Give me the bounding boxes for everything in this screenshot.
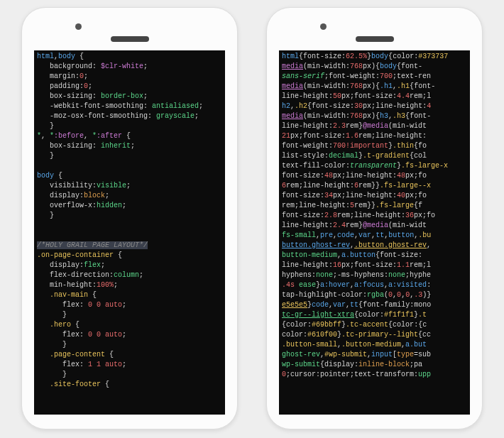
token: body — [58, 53, 75, 60]
t: 2.8 — [324, 212, 337, 219]
token: ; — [122, 202, 126, 209]
t: rem}} — [358, 182, 380, 190]
t: font-size — [303, 53, 341, 60]
t: 4 — [427, 102, 431, 110]
t: px){ — [363, 82, 380, 90]
phone-speaker — [111, 36, 149, 42]
t: font-size — [282, 192, 320, 199]
token: } — [37, 122, 54, 130]
t: line-height — [354, 212, 401, 219]
t: color — [358, 311, 380, 319]
token: -moz-osx-font-smoothing — [37, 112, 148, 120]
t: line-height — [376, 132, 422, 140]
token: inherit — [101, 142, 131, 150]
token: ; — [122, 301, 126, 309]
t: :{c — [414, 321, 427, 329]
t: .3 — [414, 291, 422, 299]
t: .button-medium — [341, 341, 401, 349]
token: html — [37, 53, 54, 60]
token: ; — [143, 92, 148, 100]
t: line-height — [282, 221, 329, 229]
t: .button-small — [282, 341, 337, 349]
t: rem; — [282, 202, 299, 209]
t: {f — [414, 202, 422, 209]
token: $clr-white — [101, 62, 143, 70]
t: a:visited — [388, 281, 427, 289]
token: { — [122, 132, 131, 140]
t: px; — [363, 102, 376, 110]
t: #f1f1f1 — [384, 311, 414, 319]
t: px; — [341, 92, 354, 100]
token: border-box — [101, 92, 143, 100]
token: .on-page-container — [37, 251, 114, 259]
t: 62.5% — [346, 53, 367, 60]
t: 768 — [350, 112, 363, 120]
t: 16 — [333, 261, 341, 269]
t: font-size — [282, 172, 320, 180]
t: font- — [410, 112, 431, 120]
t: color — [286, 321, 307, 329]
t: tt — [376, 231, 384, 239]
token: :before — [54, 132, 84, 140]
t: 4.4 — [397, 92, 410, 100]
t: var — [358, 231, 371, 239]
t: 50 — [333, 92, 341, 100]
t: 30 — [354, 102, 363, 110]
t: : — [422, 132, 427, 140]
t: .4s — [282, 281, 295, 289]
t: 700 — [333, 142, 346, 150]
token: display — [37, 192, 80, 199]
token: visible — [97, 182, 126, 190]
t: font- — [401, 62, 422, 70]
token: :after — [97, 132, 122, 140]
token: : — [92, 92, 101, 100]
token: column — [114, 271, 139, 279]
t: line-height — [376, 102, 422, 110]
token: min-height — [37, 281, 92, 289]
phone-speaker — [356, 36, 394, 42]
t: button.ghost-rev — [282, 241, 350, 249]
t: 700 — [380, 72, 393, 80]
token: display — [37, 261, 80, 269]
t: {col — [410, 152, 427, 160]
t: 40 — [397, 192, 405, 199]
token: : — [80, 361, 88, 368]
t: rem} — [346, 122, 363, 130]
token: background — [37, 62, 92, 70]
token: { — [54, 172, 62, 180]
phone-mockup-left: html,body { background: $clr-white; marg… — [21, 7, 238, 429]
token: overflow-x — [37, 202, 92, 209]
t: rem; — [286, 182, 303, 190]
t: px){ — [363, 112, 380, 120]
t: rem} — [346, 221, 363, 229]
token: : — [148, 112, 156, 120]
t: .h2 — [295, 102, 307, 110]
t: -ms-hyphens — [337, 271, 384, 279]
t: .fs-large-x — [401, 162, 448, 170]
t: line-height — [303, 182, 350, 190]
token: ; — [105, 192, 109, 199]
t: .t — [418, 311, 427, 319]
t: px){ — [363, 62, 380, 70]
t: media — [282, 82, 303, 90]
t: : — [418, 251, 422, 259]
phone-sensor — [75, 23, 82, 30]
token: { — [105, 351, 114, 358]
token: } — [37, 341, 67, 349]
token: grayscale — [156, 112, 195, 120]
t: ;cursor:pointer;text-transform: — [286, 371, 418, 378]
token: ; — [88, 82, 92, 90]
t: a:focus — [354, 281, 384, 289]
token: box-sizing — [37, 142, 92, 150]
t: font- — [414, 82, 435, 90]
t: font-size — [354, 92, 393, 100]
t: button — [388, 231, 414, 239]
token: margin — [37, 72, 75, 80]
token: : — [80, 331, 88, 339]
t: var — [333, 301, 346, 309]
t: #610f00 — [307, 331, 337, 339]
t: ghost-rev — [282, 351, 320, 358]
token: } — [37, 212, 54, 219]
t: .h1 — [380, 82, 393, 90]
t: rem;l — [410, 261, 431, 269]
